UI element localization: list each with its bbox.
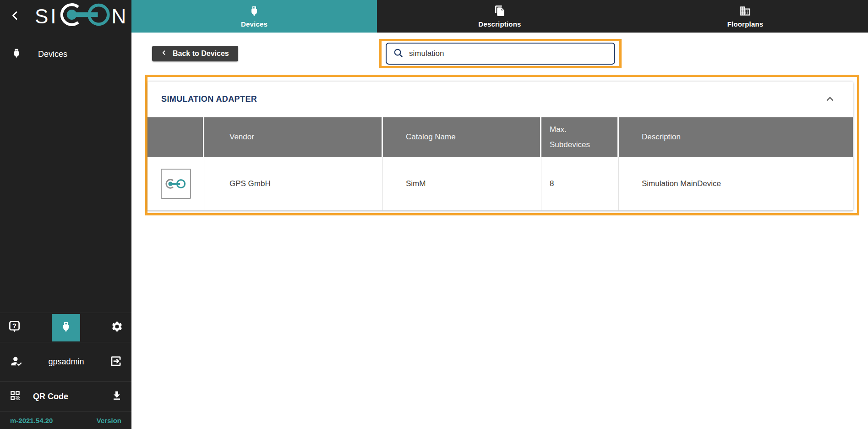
help-button[interactable]: ? xyxy=(8,320,21,336)
chevron-left-icon xyxy=(161,50,167,58)
help-icon: ? xyxy=(8,320,21,336)
back-button-label: Back to Devices xyxy=(173,50,229,58)
sidebar-item-label: Devices xyxy=(38,50,67,59)
description-cell: Simulation MainDevice xyxy=(619,157,853,210)
search-icon xyxy=(393,48,404,60)
devices-tool-button[interactable] xyxy=(52,314,80,341)
chevron-up-icon xyxy=(824,93,836,106)
tab-label: Floorplans xyxy=(727,20,764,28)
column-header-icon xyxy=(147,117,204,157)
sidebar-tools-row: ? xyxy=(0,313,131,342)
username-label: gpsadmin xyxy=(23,357,109,367)
sidebar-header: SI N xyxy=(0,0,131,33)
logo-text-prefix: SI xyxy=(35,6,59,27)
download-qr-button[interactable] xyxy=(111,390,122,403)
panel-header: SIMULATION ADAPTER xyxy=(147,82,853,117)
logo-text-suffix: N xyxy=(112,6,129,27)
sidebar-footer: ? xyxy=(0,313,131,429)
version-value: m-2021.54.20 xyxy=(10,417,53,424)
plug-icon xyxy=(60,321,71,335)
sidebar: SI N Devices xyxy=(0,0,131,429)
logout-button[interactable] xyxy=(109,355,122,369)
plug-icon xyxy=(249,5,260,19)
search-highlight-frame: simulation xyxy=(379,39,622,68)
tab-label: Devices xyxy=(241,20,267,28)
app-window: SI N Devices xyxy=(0,0,868,429)
svg-text:?: ? xyxy=(12,322,16,329)
max-subdevices-cell: 8 xyxy=(541,157,619,210)
results-highlight-frame: SIMULATION ADAPTER Vendor Catalog Name M… xyxy=(145,75,859,215)
adapters-table: Vendor Catalog Name Max. Subdevices Desc… xyxy=(147,117,853,211)
building-icon xyxy=(739,5,751,19)
version-label: Version xyxy=(97,417,121,424)
simulation-adapter-panel: SIMULATION ADAPTER Vendor Catalog Name M… xyxy=(147,82,853,210)
settings-button[interactable] xyxy=(111,320,123,335)
tab-floorplans[interactable]: Floorplans xyxy=(622,0,868,33)
back-to-devices-button[interactable]: Back to Devices xyxy=(152,46,238,61)
user-row: gpsadmin xyxy=(0,342,131,381)
catalog-name-cell: SimM xyxy=(383,157,541,210)
sidebar-item-devices[interactable]: Devices xyxy=(0,43,131,66)
main-content: Back to Devices simulation SIMULATION AD… xyxy=(131,33,868,429)
sidebar-nav: Devices xyxy=(0,43,131,66)
logo-link-icon xyxy=(59,0,112,32)
qr-code-icon xyxy=(9,390,21,403)
table-row[interactable]: GPS GmbH SimM 8 Simulation MainDevice xyxy=(147,157,853,211)
collapse-panel-button[interactable] xyxy=(824,93,836,106)
tab-devices[interactable]: Devices xyxy=(131,0,377,33)
search-input[interactable]: simulation xyxy=(386,43,615,65)
collapse-sidebar-button[interactable] xyxy=(7,9,23,24)
column-header-description: Description xyxy=(619,117,853,157)
tab-bar: Devices Descriptions Floorplans xyxy=(131,0,868,33)
version-row: m-2021.54.20 Version xyxy=(0,411,131,429)
vendor-cell: GPS GmbH xyxy=(204,157,383,210)
text-caret xyxy=(445,48,446,59)
user-check-icon xyxy=(9,355,23,369)
qr-code-row: QR Code xyxy=(0,381,131,411)
download-icon xyxy=(111,390,122,403)
table-header-row: Vendor Catalog Name Max. Subdevices Desc… xyxy=(147,117,853,157)
gear-icon xyxy=(111,320,123,335)
chevron-left-icon xyxy=(10,9,21,24)
column-header-vendor: Vendor xyxy=(204,117,383,157)
tab-descriptions[interactable]: Descriptions xyxy=(377,0,622,33)
plug-icon xyxy=(11,48,22,60)
panel-title: SIMULATION ADAPTER xyxy=(161,94,257,104)
device-icon-cell xyxy=(147,157,204,210)
tab-label: Descriptions xyxy=(478,20,521,28)
search-value: simulation xyxy=(409,49,444,58)
logout-icon xyxy=(109,355,122,369)
device-logo-icon xyxy=(161,169,191,199)
qr-code-label: QR Code xyxy=(33,392,111,402)
column-header-catalog-name: Catalog Name xyxy=(383,117,541,157)
column-header-max-subdevices: Max. Subdevices xyxy=(541,117,619,157)
app-logo: SI N xyxy=(35,0,128,32)
documents-icon xyxy=(494,5,506,19)
